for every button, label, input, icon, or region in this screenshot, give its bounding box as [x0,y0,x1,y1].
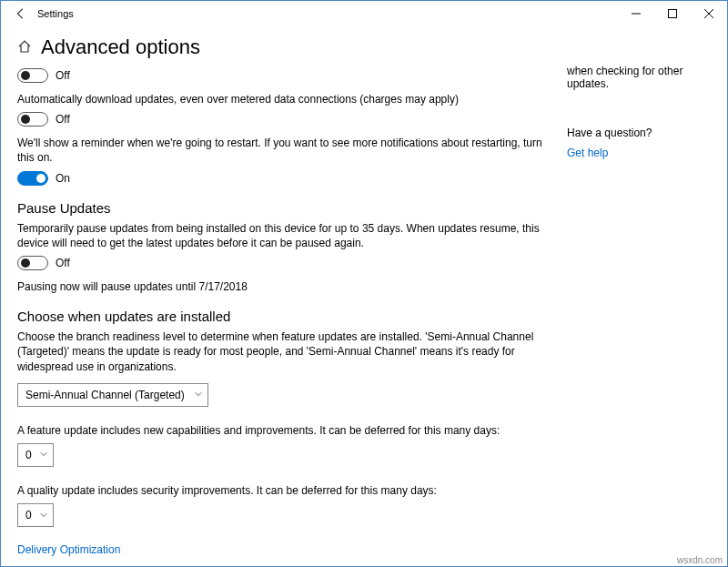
toggle-unknown-state: Off [56,69,70,82]
quality-defer-value: 0 [25,509,32,521]
sidebar-question: Have a question? [567,127,711,139]
metered-label: Automatically download updates, even ove… [17,92,549,106]
choose-heading: Choose when updates are installed [17,309,549,324]
channel-value: Semi-Annual Channel (Targeted) [25,389,185,401]
maximize-button[interactable] [654,1,691,26]
quality-defer-dropdown[interactable]: 0 [17,503,54,527]
pause-note: Pausing now will pause updates until 7/1… [17,279,549,294]
pause-desc: Temporarily pause updates from being ins… [17,221,549,250]
back-button[interactable] [8,1,34,26]
toggle-restart[interactable] [17,171,48,186]
pause-heading: Pause Updates [17,200,549,216]
minimize-button[interactable] [618,1,654,26]
feature-defer-label: A feature update includes new capabiliti… [17,423,549,438]
page-title: Advanced options [41,35,200,59]
channel-dropdown[interactable]: Semi-Annual Channel (Targeted) [17,383,208,407]
feature-defer-value: 0 [25,449,32,461]
get-help-link[interactable]: Get help [567,147,711,159]
chevron-down-icon [40,450,47,460]
svg-rect-1 [669,10,677,18]
chevron-down-icon [195,390,202,400]
choose-desc: Choose the branch readiness level to det… [17,329,549,374]
toggle-pause-state: Off [56,257,70,269]
home-icon[interactable] [17,39,32,56]
restart-label: We'll show a reminder when we're going t… [17,136,549,165]
watermark: wsxdn.com [677,555,723,565]
toggle-pause[interactable] [17,256,48,270]
quality-defer-label: A quality update includes security impro… [17,483,549,498]
sidebar-snippet: when checking for other updates. [567,65,711,90]
close-button[interactable] [691,1,727,26]
feature-defer-dropdown[interactable]: 0 [17,443,54,467]
toggle-unknown[interactable] [17,68,48,83]
chevron-down-icon [40,511,47,521]
toggle-metered-state: Off [56,113,70,126]
toggle-restart-state: On [56,172,70,185]
toggle-metered[interactable] [17,112,48,127]
window-title: Settings [37,8,74,19]
delivery-optimization-link[interactable]: Delivery Optimization [17,543,549,556]
